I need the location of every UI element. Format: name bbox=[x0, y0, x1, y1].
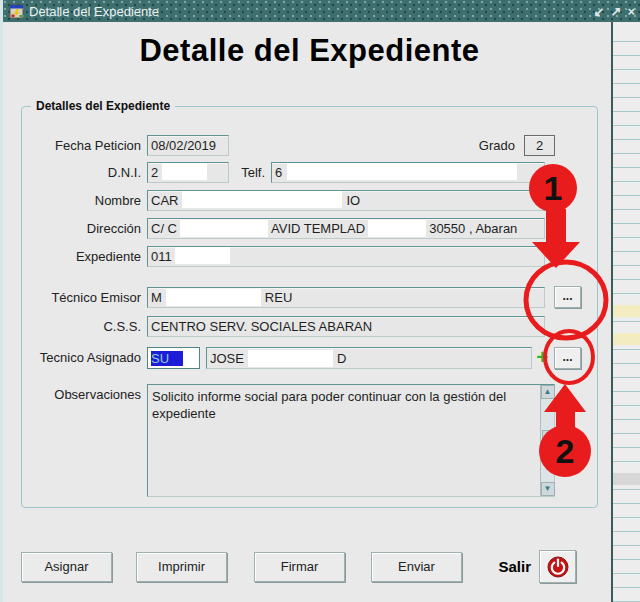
redaction-patch bbox=[180, 220, 268, 237]
observaciones-textarea[interactable]: Solicito informe social para poder conti… bbox=[147, 384, 555, 497]
tecnico-asignado-value: JOSE bbox=[210, 351, 244, 366]
tecnico-asignado-code-value: SU bbox=[151, 351, 183, 366]
titlebar[interactable]: Detalle del Expediente ↙ ↗ × bbox=[3, 0, 640, 22]
expediente-label: Expediente bbox=[23, 249, 141, 264]
expediente-value: 011 bbox=[151, 249, 172, 264]
nombre-label: Nombre bbox=[23, 193, 141, 208]
restore-button[interactable]: ↗ bbox=[611, 5, 622, 18]
page-title: Detalle del Expediente bbox=[3, 33, 616, 69]
telf-input[interactable]: 6 bbox=[271, 162, 545, 183]
nombre-value: IO bbox=[346, 193, 360, 208]
dialog-detalle-expediente: Detalle del Expediente Detalles del Expe… bbox=[0, 0, 613, 602]
app-icon bbox=[9, 4, 24, 19]
telf-value: 6 bbox=[275, 165, 282, 180]
tecnico-emisor-value: REU bbox=[265, 290, 292, 305]
observaciones-label: Observaciones bbox=[23, 387, 141, 402]
scroll-up-icon[interactable]: ▲ bbox=[541, 385, 555, 399]
observaciones-value: Solicito informe social para poder conti… bbox=[152, 389, 506, 421]
redaction-patch bbox=[166, 289, 261, 306]
tecnico-asignado-label: Tecnico Asignado bbox=[23, 350, 141, 365]
add-tecnico-icon[interactable]: + bbox=[534, 348, 551, 368]
direccion-input[interactable]: C/ C AVID TEMPLAD 30550 , Abaran bbox=[147, 218, 545, 239]
redaction-patch bbox=[175, 247, 230, 264]
css-value: CENTRO SERV. SOCIALES ABARAN bbox=[151, 319, 372, 334]
redaction-patch bbox=[368, 220, 426, 237]
grado-input[interactable]: 2 bbox=[524, 135, 555, 156]
asignar-button[interactable]: Asignar bbox=[21, 552, 112, 582]
fecha-peticion-input[interactable]: 08/02/2019 bbox=[147, 135, 229, 156]
css-label: C.S.S. bbox=[23, 319, 141, 334]
nombre-value: CAR bbox=[151, 193, 178, 208]
dni-value: 2 bbox=[151, 165, 158, 180]
nombre-input[interactable]: CAR IO bbox=[147, 190, 545, 211]
fecha-peticion-value: 08/02/2019 bbox=[151, 138, 216, 153]
expediente-input[interactable]: 011 bbox=[147, 246, 545, 267]
redaction-patch bbox=[248, 350, 333, 367]
imprimir-button[interactable]: Imprimir bbox=[136, 552, 227, 582]
tecnico-emisor-value: M bbox=[151, 290, 162, 305]
tecnico-emisor-label: Técnico Emisor bbox=[23, 290, 141, 305]
observaciones-scrollbar[interactable]: ▲ ▼ bbox=[540, 385, 554, 496]
minimize-button[interactable]: ↙ bbox=[594, 5, 605, 18]
redaction-patch bbox=[162, 163, 207, 180]
css-input[interactable]: CENTRO SERV. SOCIALES ABARAN bbox=[147, 316, 545, 337]
background-row-highlight bbox=[613, 333, 640, 345]
background-row-highlight bbox=[613, 305, 640, 317]
direccion-value: AVID TEMPLAD bbox=[271, 221, 365, 236]
redaction-patch bbox=[287, 163, 517, 180]
salir-label: Salir bbox=[481, 558, 531, 575]
scroll-down-icon[interactable]: ▼ bbox=[541, 482, 555, 496]
salir-button[interactable] bbox=[539, 550, 576, 583]
dni-label: D.N.I. bbox=[23, 165, 141, 180]
firmar-button[interactable]: Firmar bbox=[254, 552, 345, 582]
enviar-button[interactable]: Enviar bbox=[371, 552, 462, 582]
grado-value: 2 bbox=[536, 138, 543, 153]
window-title: Detalle del Expediente bbox=[29, 4, 589, 19]
groupbox-title: Detalles del Expediente bbox=[31, 99, 175, 113]
tecnico-emisor-browse-button[interactable]: ... bbox=[554, 286, 581, 308]
tecnico-asignado-code-input[interactable]: SU bbox=[147, 347, 200, 369]
background-row-selected bbox=[613, 473, 640, 485]
power-icon bbox=[546, 555, 570, 579]
redaction-patch bbox=[182, 191, 342, 208]
fecha-peticion-label: Fecha Peticion bbox=[23, 138, 141, 153]
direccion-value: 30550 , Abaran bbox=[429, 221, 517, 236]
grado-label: Grado bbox=[453, 138, 515, 153]
tecnico-asignado-value: D bbox=[337, 351, 346, 366]
telf-label: Telf. bbox=[203, 165, 265, 180]
tecnico-asignado-name-input[interactable]: JOSE D bbox=[206, 347, 532, 369]
direccion-label: Dirección bbox=[23, 221, 141, 236]
scrollbar-thumb[interactable] bbox=[542, 430, 554, 452]
close-button[interactable]: × bbox=[627, 5, 635, 18]
tecnico-asignado-browse-button[interactable]: ... bbox=[554, 347, 581, 369]
tecnico-emisor-input[interactable]: M REU bbox=[147, 287, 545, 308]
background-window-strip bbox=[613, 22, 640, 602]
direccion-value: C/ C bbox=[151, 221, 177, 236]
